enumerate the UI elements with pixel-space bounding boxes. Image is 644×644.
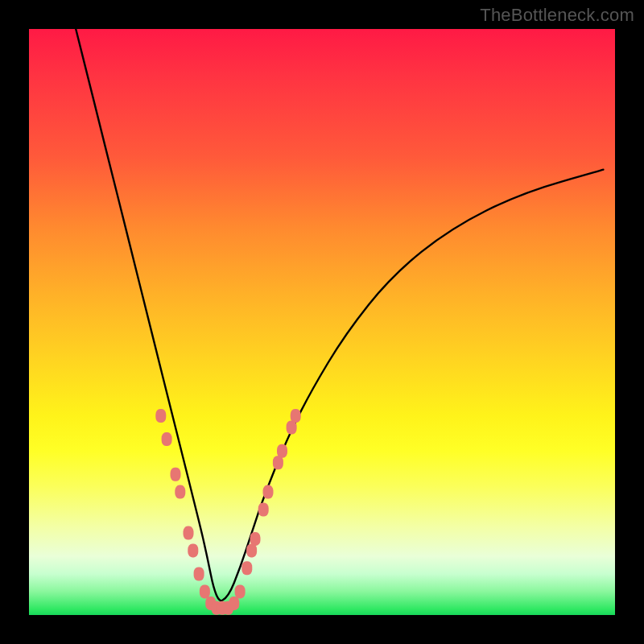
bottleneck-curve: [76, 29, 603, 601]
highlight-dot: [200, 584, 210, 598]
highlight-dot: [155, 409, 166, 423]
highlight-dot: [258, 503, 269, 517]
highlight-dot: [184, 526, 194, 540]
highlight-dot: [171, 468, 181, 481]
curve-layer: [29, 29, 615, 615]
highlight-dot: [277, 444, 287, 458]
highlight-dot: [194, 568, 204, 581]
highlight-dot: [229, 597, 239, 610]
chart-frame: TheBottleneck.com: [0, 0, 644, 644]
watermark-text: TheBottleneck.com: [480, 5, 634, 26]
highlight-dot: [287, 421, 297, 435]
highlight-dot: [246, 543, 257, 557]
highlight-dot: [273, 456, 283, 469]
highlight-dot: [263, 485, 274, 499]
highlight-dot: [242, 561, 252, 575]
highlight-dot: [162, 432, 172, 446]
highlight-dot: [175, 485, 185, 499]
highlight-dot: [235, 584, 246, 598]
highlight-dot: [188, 543, 198, 557]
plot-area: [29, 29, 615, 615]
highlight-dot: [291, 409, 301, 423]
highlight-dots: [155, 409, 300, 615]
highlight-dot: [250, 532, 261, 546]
